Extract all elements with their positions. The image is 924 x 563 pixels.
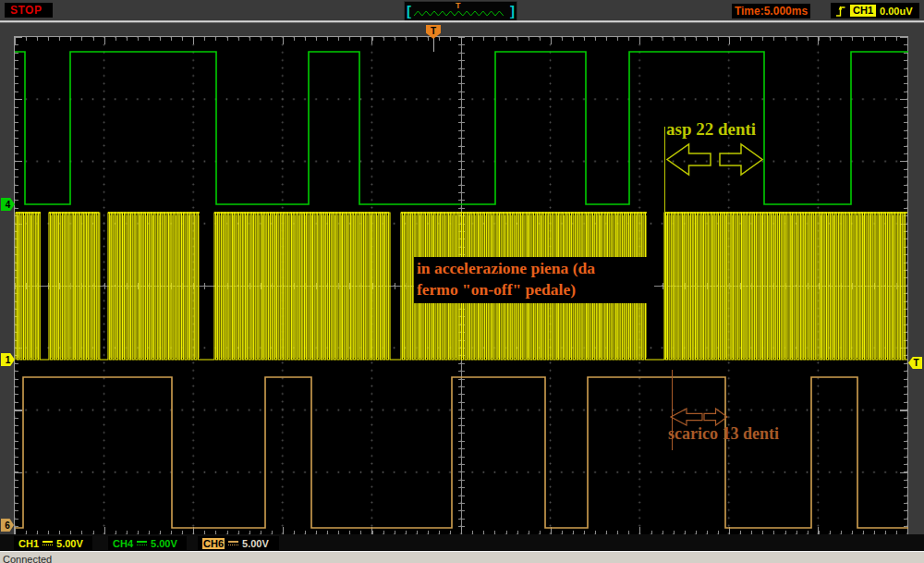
ch6-coupling-icon xyxy=(228,540,238,546)
oscilloscope-app: { "toolbar": { "stop_label": "STOP", "ti… xyxy=(0,0,924,563)
preview-right-bracket-icon[interactable]: ] xyxy=(510,3,515,19)
stop-button[interactable]: STOP xyxy=(5,3,53,18)
ch1-position-marker[interactable]: 1 xyxy=(1,353,15,366)
ch6-name: CH6 xyxy=(202,538,225,549)
ch4-position-marker[interactable]: 4 xyxy=(1,198,15,211)
right-edge-ticks xyxy=(900,37,907,534)
ch4-name: CH4 xyxy=(113,538,133,549)
ch6-scale-value: 5.00V xyxy=(242,538,269,549)
ch6-position-marker[interactable]: 6 xyxy=(1,519,14,532)
ch4-coupling-icon xyxy=(137,540,147,546)
channel-bar: CH1 5.00V CH4 5.00V CH6 5.00V xyxy=(0,534,924,551)
trigger-source-chip[interactable]: CH1 xyxy=(850,5,876,17)
ch4-scale-value: 5.00V xyxy=(151,538,177,549)
toolbar-separator xyxy=(0,20,924,23)
channel-ch6-box[interactable]: CH6 5.00V xyxy=(198,536,279,550)
annotation-asp-22-denti: asp 22 denti xyxy=(666,119,770,140)
annotation-accelerazione-line2: fermo "on-off" pedale) xyxy=(417,279,651,300)
channel-ch4-box[interactable]: CH4 5.00V xyxy=(108,536,187,550)
status-bar: Connected xyxy=(0,551,924,563)
annotation-accelerazione-line1: in accelerazione piena (da xyxy=(417,258,651,279)
timebase-display: Time:5.000ms xyxy=(732,4,810,18)
annotation-scarico-13-denti: scarico 13 denti xyxy=(668,424,779,444)
timebase-value: Time:5.000ms xyxy=(735,5,808,18)
preview-left-bracket-icon[interactable]: [ xyxy=(407,3,411,19)
toolbar: STOP [ ] T Time:5.000ms CH1 0.00uV xyxy=(0,0,924,20)
connection-status: Connected xyxy=(3,554,52,563)
left-edge-ticks xyxy=(15,37,22,534)
rising-edge-trigger-icon xyxy=(834,4,846,18)
annotation-accelerazione: in accelerazione piena (da fermo "on-off… xyxy=(414,257,654,303)
trigger-display[interactable]: CH1 0.00uV xyxy=(831,3,919,18)
top-edge-ticks xyxy=(15,37,907,44)
ch1-scale-value: 5.00V xyxy=(56,538,83,549)
trigger-level-value: 0.00uV xyxy=(880,6,912,17)
preview-trigger-marker-icon[interactable]: T xyxy=(456,1,461,10)
stop-label: STOP xyxy=(10,4,42,17)
channel-ch1-box[interactable]: CH1 5.00V xyxy=(14,536,92,550)
trigger-level-marker[interactable]: T xyxy=(908,357,922,369)
ch1-name: CH1 xyxy=(18,538,39,549)
acquisition-preview-scrollbar[interactable]: [ ] T xyxy=(404,1,517,22)
ch1-coupling-icon xyxy=(43,540,53,546)
bottom-edge-ticks xyxy=(15,527,907,534)
